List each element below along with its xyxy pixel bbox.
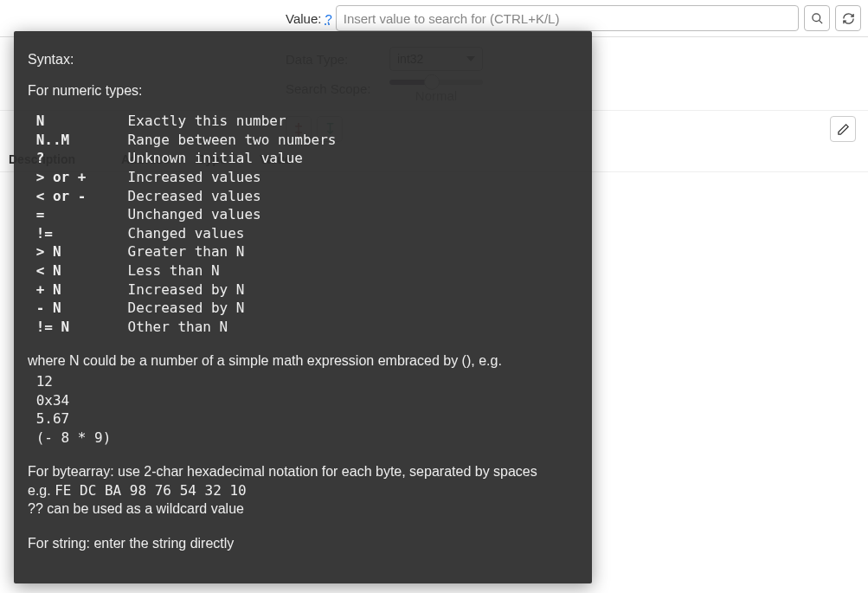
tooltip-bytearray-line1: For bytearray: use 2-char hexadecimal no… (28, 462, 578, 481)
value-label: Value: (286, 11, 321, 26)
search-button[interactable] (804, 5, 830, 31)
tooltip-examples: 12 0x34 5.67 (- 8 * 9) (28, 372, 578, 447)
svg-line-1 (819, 20, 822, 23)
pencil-icon (837, 123, 850, 136)
app-root: Value: ? Data Type: int32 Search Scope: (0, 0, 868, 593)
svg-point-0 (812, 13, 820, 21)
search-input[interactable] (336, 5, 799, 31)
tooltip-numeric-heading: For numeric types: (28, 81, 578, 100)
tooltip-bytearray-line2: e.g. FE DC BA 98 76 54 32 10 (28, 481, 578, 500)
tooltip-bytearray-line3: ?? can be used as a wildcard value (28, 500, 578, 519)
search-icon (811, 12, 824, 25)
tooltip-string-line: For string: enter the string directly (28, 534, 578, 553)
syntax-tooltip: Syntax: For numeric types: N Exactly thi… (14, 31, 592, 583)
tooltip-syntax-table: N Exactly this number N..M Range between… (28, 112, 578, 336)
tooltip-title: Syntax: (28, 50, 578, 69)
refresh-button[interactable] (835, 5, 861, 31)
tooltip-note: where N could be a number of a simple ma… (28, 351, 578, 371)
refresh-icon (842, 12, 855, 25)
help-icon[interactable]: ? (325, 11, 331, 26)
edit-button[interactable] (830, 116, 856, 142)
